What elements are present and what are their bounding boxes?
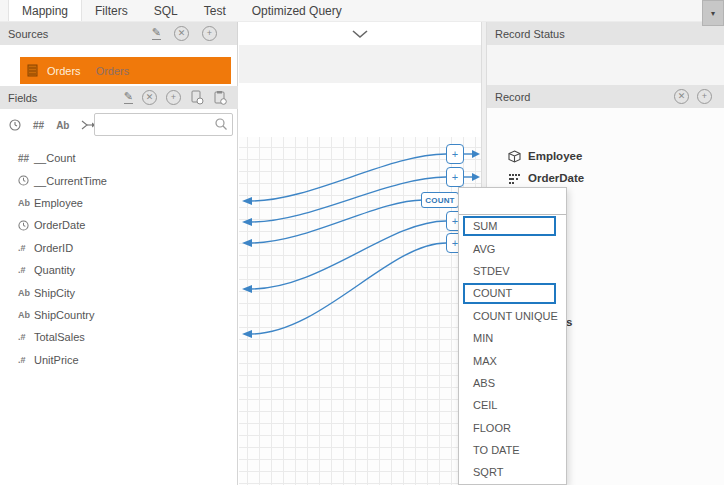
paste-fields-icon[interactable] <box>213 90 227 105</box>
record-status-title: Record Status <box>495 28 565 40</box>
field-row[interactable]: Ab Employee <box>0 192 238 214</box>
remove-field-icon[interactable]: ✕ <box>142 90 157 105</box>
field-row[interactable]: Ab ShipCity <box>0 281 238 303</box>
remove-source-icon[interactable]: ✕ <box>174 26 189 41</box>
field-label: ShipCountry <box>34 309 95 321</box>
menu-item-min[interactable]: MIN <box>459 327 566 349</box>
menu-item-count-unique[interactable]: COUNT UNIQUE <box>459 305 566 327</box>
chevron-down-icon: ▾ <box>711 9 715 18</box>
edit-source-icon[interactable]: ✎ <box>152 27 161 40</box>
field-list: ## __Count __CurrentTime Ab Employee Ord… <box>0 147 238 371</box>
text-type-icon: Ab <box>18 198 34 208</box>
integer-type-icon: ## <box>18 153 34 164</box>
field-search <box>94 113 233 136</box>
tab-test[interactable]: Test <box>191 0 239 21</box>
tab-bar: Mapping Filters SQL Test Optimized Query <box>0 0 724 22</box>
sources-title: Sources <box>8 28 48 40</box>
left-panel: Sources ✎ ✕ + Orders Orders Fields ✎ ✕ + <box>0 22 238 485</box>
field-row[interactable]: ## __Count <box>0 147 238 169</box>
field-row[interactable]: __CurrentTime <box>0 169 238 191</box>
field-label: __CurrentTime <box>34 175 107 187</box>
edit-field-icon[interactable]: ✎ <box>124 91 133 104</box>
field-label: ShipCity <box>34 287 75 299</box>
aggregation-function-menu: SUM AVG STDEV COUNT COUNT UNIQUE MIN MAX… <box>458 187 567 485</box>
mapping-canvas: + + + + COUNT <box>239 22 481 485</box>
text-type-icon: Ab <box>18 310 34 320</box>
field-label: OrderDate <box>34 219 85 231</box>
decimal-type-icon: .# <box>18 332 34 342</box>
source-item-orders[interactable]: Orders Orders <box>20 57 231 84</box>
table-icon <box>27 64 40 77</box>
field-row[interactable]: .# TotalSales <box>0 326 238 348</box>
remove-record-field-icon[interactable]: ✕ <box>674 89 689 104</box>
tab-mapping[interactable]: Mapping <box>8 0 82 21</box>
record-title: Record <box>495 91 530 103</box>
sources-header: Sources ✎ ✕ + <box>0 22 237 45</box>
menu-item-floor[interactable]: FLOOR <box>459 417 566 439</box>
record-status-header: Record Status <box>487 22 724 45</box>
aggregation-chip-count[interactable]: COUNT <box>421 192 459 208</box>
add-field-icon[interactable]: + <box>166 90 181 105</box>
menu-item-max[interactable]: MAX <box>459 349 566 371</box>
menu-item-sqrt[interactable]: SQRT <box>459 461 566 483</box>
fields-title: Fields <box>8 92 37 104</box>
menu-item-count[interactable]: COUNT <box>463 283 556 303</box>
add-record-field-icon[interactable]: + <box>697 89 712 104</box>
source-name: Orders <box>47 65 81 77</box>
dot-grid-icon <box>508 172 521 185</box>
decimal-type-icon: .# <box>18 265 34 275</box>
datetime-type-icon <box>18 220 34 231</box>
field-label: Employee <box>34 197 83 209</box>
datetime-type-icon <box>18 175 34 186</box>
field-row[interactable]: OrderDate <box>0 214 238 236</box>
connection-endpoint-button[interactable]: + <box>446 167 464 187</box>
field-row[interactable]: Ab ShipCountry <box>0 304 238 326</box>
record-field-row[interactable]: OrderDate <box>508 168 584 188</box>
field-label: Quantity <box>34 264 75 276</box>
tab-optimized-query[interactable]: Optimized Query <box>239 0 355 21</box>
field-row[interactable]: .# OrderID <box>0 237 238 259</box>
search-icon <box>214 117 228 131</box>
menu-item-to-date[interactable]: TO DATE <box>459 439 566 461</box>
number-filter-icon[interactable]: ## <box>33 120 44 131</box>
menu-item-stdev[interactable]: STDEV <box>459 260 566 282</box>
decimal-type-icon: .# <box>18 355 34 365</box>
fields-header: Fields ✎ ✕ + <box>0 86 238 109</box>
record-field-row[interactable]: Employee <box>508 146 582 166</box>
field-label: OrderID <box>34 242 73 254</box>
field-label: __Count <box>34 152 76 164</box>
field-row[interactable]: .# UnitPrice <box>0 349 238 371</box>
record-header: Record ✕ + <box>487 85 724 108</box>
record-status-body <box>487 45 724 85</box>
menu-item-ceil[interactable]: CEIL <box>459 394 566 416</box>
panel-toggle-button[interactable]: ▾ <box>702 0 724 26</box>
record-field-label: Employee <box>528 150 582 162</box>
clock-filter-icon[interactable] <box>9 119 21 131</box>
field-label: UnitPrice <box>34 354 79 366</box>
tab-filters[interactable]: Filters <box>82 0 141 21</box>
text-filter-icon[interactable]: Ab <box>56 120 69 131</box>
menu-header <box>459 188 566 215</box>
connection-curves <box>239 22 481 485</box>
menu-item-abs[interactable]: ABS <box>459 372 566 394</box>
field-label: TotalSales <box>34 331 85 343</box>
add-source-icon[interactable]: + <box>202 26 217 41</box>
connection-endpoint-button[interactable]: + <box>446 144 464 164</box>
copy-fields-icon[interactable] <box>190 90 204 105</box>
menu-item-sum[interactable]: SUM <box>463 216 556 236</box>
decimal-type-icon: .# <box>18 243 34 253</box>
tab-sql[interactable]: SQL <box>141 0 191 21</box>
menu-item-avg[interactable]: AVG <box>459 237 566 259</box>
text-type-icon: Ab <box>18 288 34 298</box>
source-alias: Orders <box>96 65 130 77</box>
record-field-label: OrderDate <box>528 172 584 184</box>
field-row[interactable]: .# Quantity <box>0 259 238 281</box>
field-search-input[interactable] <box>94 113 233 136</box>
cube-icon <box>508 150 521 163</box>
